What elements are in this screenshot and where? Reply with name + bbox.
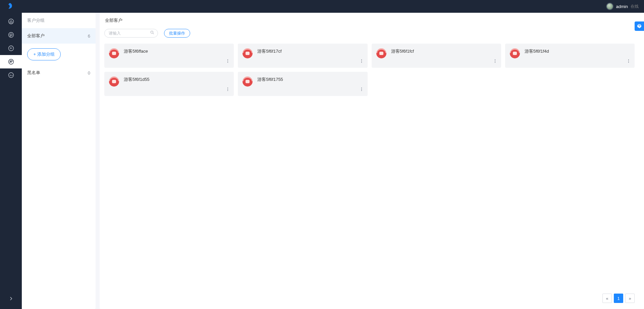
user-avatar[interactable] — [606, 3, 613, 10]
topbar-left — [5, 2, 14, 11]
app-logo-icon[interactable] — [5, 2, 14, 11]
user-name[interactable]: admin — [616, 4, 628, 9]
topbar-right: admin 在线 — [606, 3, 639, 10]
top-header: admin 在线 — [0, 0, 644, 13]
user-status: 在线 — [631, 4, 639, 9]
